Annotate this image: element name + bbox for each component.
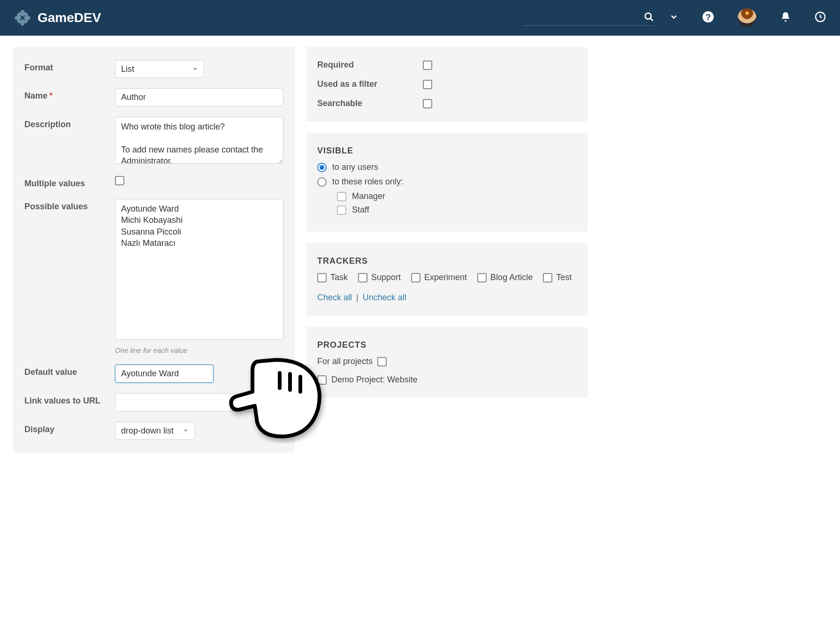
svg-text:?: ? [705, 12, 710, 22]
project-checkbox[interactable] [317, 375, 327, 385]
tracker-item[interactable]: Task [317, 273, 348, 282]
role-staff-label: Staff [352, 205, 369, 215]
format-label: Format [24, 60, 107, 73]
multiple-label: Multiple values [24, 176, 107, 189]
projects-title: Projects [317, 340, 576, 350]
role-staff-row[interactable]: Staff [337, 205, 576, 215]
description-label: Description [24, 117, 107, 129]
chevron-down-icon[interactable] [669, 12, 679, 23]
projects-panel: Projects For all projects Demo Project: … [306, 327, 588, 398]
row-default: Default value [24, 365, 283, 383]
row-possible: Possible values One line for each value [24, 199, 283, 354]
format-select[interactable]: List [115, 60, 204, 78]
tracker-checkbox[interactable] [477, 273, 487, 282]
tracker-item[interactable]: Support [358, 273, 401, 282]
tracker-item[interactable]: Experiment [411, 273, 467, 282]
tracker-checkbox[interactable] [358, 273, 367, 282]
left-panel: Format List Name* Description Multiple v… [13, 47, 295, 453]
row-format: Format List [24, 60, 283, 78]
searchable-label: Searchable [317, 99, 399, 108]
uncheck-all-link[interactable]: Uncheck all [363, 293, 406, 302]
tracker-item[interactable]: Test [543, 273, 572, 282]
visible-roles-radio[interactable] [317, 177, 327, 187]
tracker-list: Task Support Experiment Blog Article Tes… [317, 273, 576, 282]
role-manager-label: Manager [352, 191, 385, 201]
default-label: Default value [24, 365, 107, 377]
separator: | [356, 293, 359, 302]
link-label: Link values to URL [24, 393, 107, 406]
possible-label: Possible values [24, 199, 107, 212]
role-manager-checkbox[interactable] [337, 192, 346, 201]
visible-any-radio[interactable] [317, 163, 327, 172]
row-link: Link values to URL [24, 393, 283, 411]
display-select[interactable]: drop-down list [115, 422, 195, 440]
page-content: Format List Name* Description Multiple v… [0, 36, 601, 464]
display-label: Display [24, 422, 107, 434]
visible-any-row[interactable]: to any users [317, 162, 576, 172]
options-panel: Required Used as a filter Searchable [306, 47, 588, 122]
topbar: GameDEV ? [0, 0, 840, 36]
svg-line-9 [650, 18, 653, 21]
row-multiple: Multiple values [24, 176, 283, 189]
filter-checkbox[interactable] [423, 80, 432, 89]
required-checkbox[interactable] [423, 61, 432, 70]
search-input[interactable] [524, 10, 655, 26]
clock-icon[interactable] [815, 11, 826, 24]
visible-any-label: to any users [332, 162, 378, 172]
role-staff-checkbox[interactable] [337, 205, 346, 215]
visible-roles-row[interactable]: to these roles only: [317, 177, 576, 187]
project-item-row[interactable]: Demo Project: Website [317, 375, 576, 385]
role-manager-row[interactable]: Manager [337, 191, 576, 201]
multiple-checkbox[interactable] [115, 176, 124, 185]
trackers-panel: Trackers Task Support Experiment Blog Ar… [306, 243, 588, 316]
right-column: Required Used as a filter Searchable Vis… [306, 47, 588, 453]
visible-roles-label: to these roles only: [332, 177, 403, 187]
tracker-label: Support [371, 273, 401, 282]
default-value-input[interactable] [115, 365, 214, 383]
tracker-item[interactable]: Blog Article [477, 273, 533, 282]
filter-label: Used as a filter [317, 79, 399, 89]
tracker-label: Task [330, 273, 348, 282]
brand-name: GameDEV [38, 10, 101, 25]
for-all-label: For all projects [317, 357, 373, 366]
row-searchable: Searchable [317, 99, 576, 108]
tracker-label: Blog Article [490, 273, 533, 282]
search-wrap [524, 10, 655, 26]
tracker-links: Check all | Uncheck all [317, 293, 576, 303]
link-url-input[interactable] [115, 393, 283, 411]
brand-logo-icon [14, 9, 31, 26]
row-filter: Used as a filter [317, 79, 576, 89]
brand-wrap[interactable]: GameDEV [14, 9, 101, 26]
name-input[interactable] [115, 88, 283, 107]
description-textarea[interactable] [115, 117, 283, 164]
row-display: Display drop-down list [24, 422, 283, 440]
svg-point-8 [645, 13, 651, 19]
check-all-link[interactable]: Check all [317, 293, 352, 302]
searchable-checkbox[interactable] [423, 99, 432, 108]
row-name: Name* [24, 88, 283, 107]
trackers-title: Trackers [317, 256, 576, 266]
avatar[interactable] [738, 8, 756, 27]
tracker-checkbox[interactable] [543, 273, 552, 282]
possible-hint: One line for each value [115, 346, 283, 354]
tracker-checkbox[interactable] [411, 273, 420, 282]
tracker-label: Experiment [424, 273, 467, 282]
project-label: Demo Project: Website [331, 375, 418, 385]
row-description: Description [24, 117, 283, 166]
required-label: Required [317, 60, 399, 70]
tracker-checkbox[interactable] [317, 273, 327, 282]
search-icon[interactable] [644, 12, 654, 24]
possible-values-textarea[interactable] [115, 199, 283, 340]
tracker-label: Test [556, 273, 572, 282]
bell-icon[interactable] [780, 11, 791, 24]
for-all-checkbox[interactable] [377, 357, 387, 366]
visible-title: Visible [317, 146, 576, 156]
topbar-actions: ? [669, 8, 826, 27]
row-required: Required [317, 60, 576, 70]
name-label: Name* [24, 88, 107, 101]
role-list: Manager Staff [337, 191, 576, 215]
for-all-row[interactable]: For all projects [317, 357, 576, 366]
help-icon[interactable]: ? [702, 11, 714, 25]
visible-panel: Visible to any users to these roles only… [306, 133, 588, 232]
